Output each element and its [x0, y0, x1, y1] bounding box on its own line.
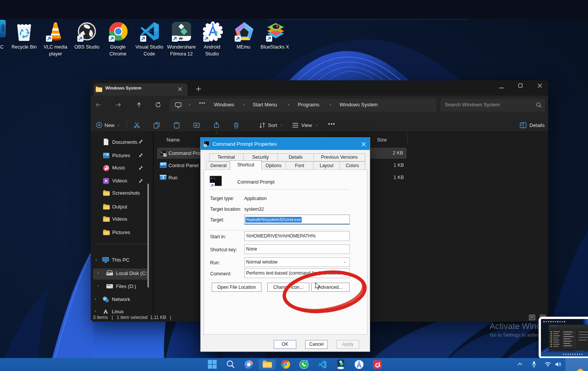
svg-text:2: 2: [306, 360, 307, 363]
svg-text:C:\_: C:\_: [211, 177, 217, 180]
